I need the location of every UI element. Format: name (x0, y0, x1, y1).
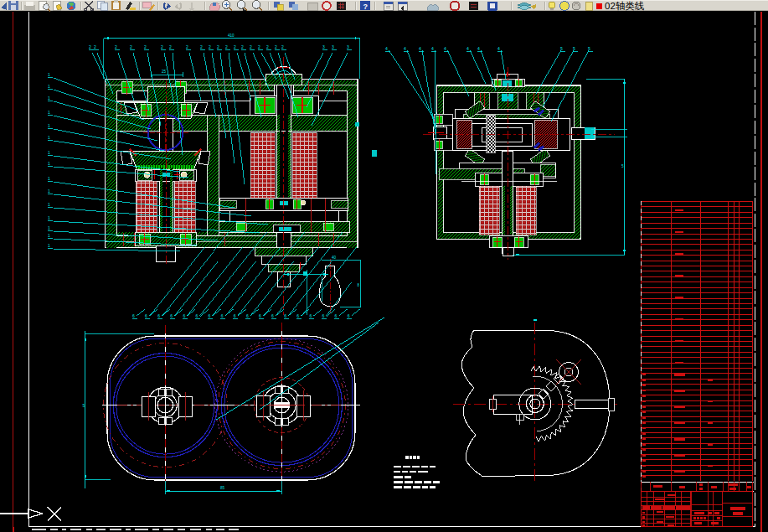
svg-text:6: 6 (335, 313, 338, 318)
svg-text:6: 6 (170, 313, 173, 318)
svg-text:1: 1 (48, 110, 50, 115)
svg-text:1: 1 (48, 96, 50, 101)
svg-text:2: 2 (241, 44, 244, 49)
svg-text:1: 1 (48, 123, 50, 128)
svg-text:1: 1 (48, 243, 50, 248)
svg-text:2: 2 (275, 44, 277, 49)
svg-text:2: 2 (281, 44, 284, 49)
svg-text:2: 2 (94, 44, 96, 49)
svg-text:6: 6 (209, 313, 211, 318)
svg-text:6: 6 (348, 313, 350, 318)
svg-text:2: 2 (209, 44, 211, 49)
svg-text:2: 2 (266, 44, 269, 49)
svg-text:2: 2 (161, 44, 163, 49)
svg-text:6: 6 (309, 313, 312, 318)
svg-text:1: 1 (48, 233, 50, 238)
svg-text:1: 1 (48, 176, 50, 181)
svg-text:3: 3 (347, 44, 349, 49)
svg-text:2: 2 (217, 44, 219, 49)
svg-text:1: 1 (48, 189, 50, 194)
svg-text:1: 1 (48, 150, 50, 155)
svg-text:2: 2 (169, 44, 172, 49)
svg-text:40: 40 (332, 256, 337, 260)
svg-text:6: 6 (271, 313, 274, 318)
svg-text:2: 2 (115, 44, 117, 49)
svg-text:6: 6 (183, 313, 185, 318)
svg-text:6: 6 (145, 313, 147, 318)
svg-text:6: 6 (322, 313, 325, 318)
svg-text:4: 4 (466, 46, 469, 51)
svg-text:1: 1 (48, 161, 50, 166)
svg-text:6: 6 (259, 313, 261, 318)
svg-text:6: 6 (246, 313, 249, 318)
svg-text:3: 3 (322, 44, 325, 49)
svg-text:85: 85 (220, 486, 225, 490)
svg-text:4: 4 (419, 46, 421, 51)
svg-text:6: 6 (196, 313, 198, 318)
svg-text:4: 4 (385, 46, 388, 51)
svg-text:6: 6 (296, 313, 299, 318)
svg-text:4: 4 (477, 46, 480, 51)
svg-text:2: 2 (225, 44, 228, 49)
svg-text:2: 2 (258, 44, 260, 49)
svg-text:1: 1 (48, 225, 50, 230)
svg-text:?: ? (363, 3, 369, 11)
svg-text:3: 3 (332, 44, 334, 49)
svg-text:4: 4 (497, 46, 500, 51)
svg-text:2: 2 (186, 44, 188, 49)
svg-text:2: 2 (144, 44, 147, 49)
svg-text:25: 25 (162, 70, 167, 74)
svg-text:6: 6 (157, 313, 160, 318)
svg-text:2: 2 (130, 44, 132, 49)
svg-text:6: 6 (132, 313, 135, 318)
svg-text:4: 4 (444, 46, 446, 51)
svg-text:2: 2 (200, 44, 203, 49)
svg-text:6: 6 (221, 313, 224, 318)
svg-text:4: 4 (404, 46, 406, 51)
svg-text:02轴类线: 02轴类线 (605, 1, 645, 11)
svg-text:6: 6 (234, 313, 236, 318)
svg-text:1: 1 (48, 135, 50, 140)
svg-text:1: 1 (48, 72, 50, 77)
svg-text:6: 6 (284, 313, 286, 318)
svg-text:1: 1 (48, 215, 50, 220)
svg-text:1: 1 (48, 84, 50, 89)
svg-text:2: 2 (89, 44, 91, 49)
svg-text:4: 4 (431, 46, 434, 51)
svg-text:1: 1 (48, 202, 50, 207)
svg-text:2: 2 (250, 44, 252, 49)
svg-text:2: 2 (234, 44, 236, 49)
svg-text:410: 410 (228, 34, 235, 38)
